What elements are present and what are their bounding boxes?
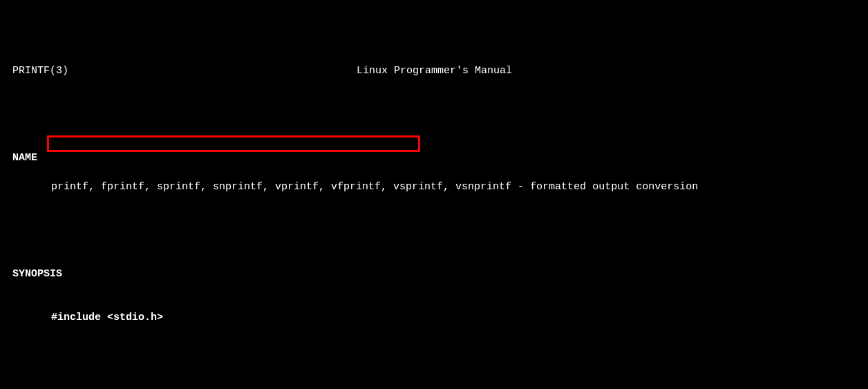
header-left: PRINTF(3) bbox=[12, 64, 68, 78]
header-center: Linux Programmer's Manual bbox=[68, 64, 856, 78]
section-name-header: NAME bbox=[12, 151, 856, 165]
highlight-annotation bbox=[47, 135, 420, 152]
include-stdio: #include <stdio.h> bbox=[12, 310, 856, 325]
name-body: printf, fprintf, sprintf, snprintf, vpri… bbox=[12, 180, 856, 194]
manpage-header: PRINTF(3) Linux Programmer's Manual bbox=[12, 64, 856, 78]
section-synopsis-header: SYNOPSIS bbox=[12, 267, 856, 281]
